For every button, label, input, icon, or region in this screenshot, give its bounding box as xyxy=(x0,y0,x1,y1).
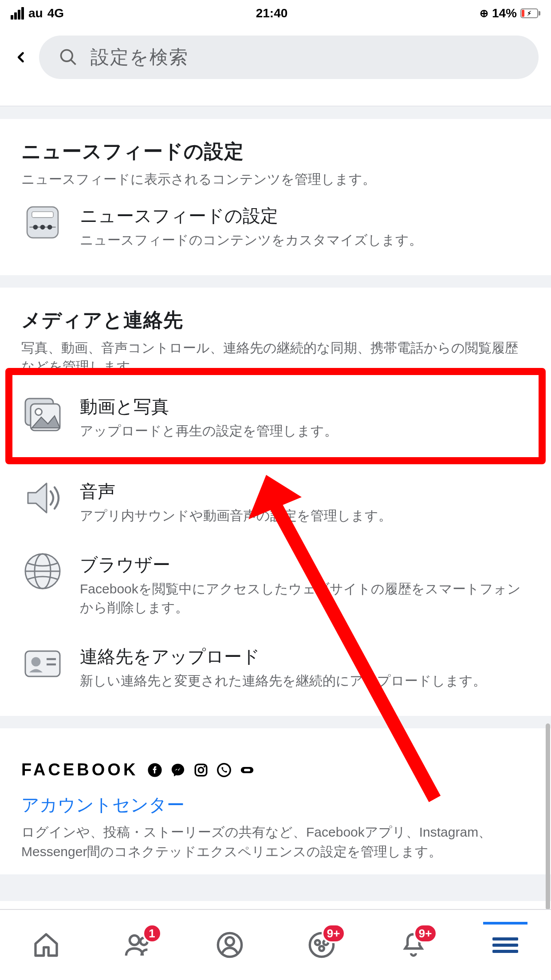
facebook-wordmark: FACEBOOK xyxy=(21,760,138,779)
svg-point-25 xyxy=(130,936,139,945)
network-label: 4G xyxy=(47,6,64,20)
item-sound[interactable]: 音声 アプリ内サウンドや動画音声の設定を管理します。 xyxy=(21,464,530,537)
photo-icon xyxy=(21,392,64,435)
section-desc: ニュースフィードに表示されるコンテンツを管理します。 xyxy=(21,170,530,189)
search-icon xyxy=(59,47,78,67)
item-browser[interactable]: ブラウザー Facebookを閲覧中にアクセスしたウェブサイトの履歴をスマートフ… xyxy=(21,537,530,629)
item-videos-photos[interactable]: 動画と写真 アップロードと再生の設定を管理します。 xyxy=(21,379,530,453)
account-center-link[interactable]: アカウントセンター xyxy=(21,793,530,817)
search-input[interactable]: 設定を検索 xyxy=(39,36,539,79)
hamburger-icon xyxy=(492,934,518,956)
svg-line-1 xyxy=(71,60,76,65)
item-upload-contacts[interactable]: 連絡先をアップロード 新しい連絡先と変更された連絡先を継続的にアップロードします… xyxy=(21,629,530,703)
statusbar: au 4G 21:40 ⊕ 14% ⚡︎ xyxy=(0,0,551,27)
signal-icon xyxy=(11,7,24,20)
facebook-circle-icon xyxy=(146,761,164,779)
section-media-contacts: メディアと連絡先 写真、動画、音声コントロール、連絡先の継続的な同期、携帯電話か… xyxy=(0,288,551,716)
badge: 9+ xyxy=(322,924,346,943)
account-center-desc: ログインや、投稿・ストーリーズの共有など、Facebookアプリ、Instagr… xyxy=(21,822,530,861)
globe-icon xyxy=(21,550,64,593)
badge: 1 xyxy=(142,924,162,943)
svg-point-20 xyxy=(199,767,204,772)
section-title: メディアと連絡先 xyxy=(21,307,530,333)
section-title: ニュースフィードの設定 xyxy=(21,138,530,165)
section-desc: 写真、動画、音声コントロール、連絡先の継続的な同期、携帯電話からの閲覧履歴などを… xyxy=(21,339,530,368)
tab-groups[interactable]: 9+ xyxy=(295,923,348,967)
header: 設定を検索 xyxy=(0,27,551,90)
back-button[interactable] xyxy=(12,48,30,66)
section-newsfeed: ニュースフィードの設定 ニュースフィードに表示されるコンテンツを管理します。 ニ… xyxy=(0,119,551,275)
previous-section-peek xyxy=(0,90,551,107)
oculus-icon xyxy=(238,761,256,779)
item-sub: アップロードと再生の設定を管理します。 xyxy=(80,422,530,440)
tab-notifications[interactable]: 9+ xyxy=(387,923,440,967)
svg-point-15 xyxy=(31,657,41,667)
item-title: 連絡先をアップロード xyxy=(80,644,530,669)
tab-friends[interactable]: 1 xyxy=(111,923,165,967)
messenger-icon xyxy=(169,761,187,779)
svg-point-28 xyxy=(225,937,234,946)
battery-pct: 14% xyxy=(492,6,517,20)
svg-point-21 xyxy=(204,766,205,767)
svg-point-32 xyxy=(319,946,324,951)
annotation-highlight: 動画と写真 アップロードと再生の設定を管理します。 xyxy=(5,368,546,464)
tabbar: 1 9+ 9+ xyxy=(0,909,551,980)
item-sub: アプリ内サウンドや動画音声の設定を管理します。 xyxy=(80,506,530,525)
section-facebook-account-center: FACEBOOK アカウントセンター ログインや、投稿・ストーリーズの共有など、… xyxy=(0,741,551,874)
item-sub: Facebookを閲覧中にアクセスしたウェブサイトの履歴をスマートフォンから削除… xyxy=(80,580,530,617)
carrier-label: au xyxy=(28,6,43,20)
svg-point-5 xyxy=(33,225,38,229)
item-title: ニュースフィードの設定 xyxy=(80,204,530,228)
clock: 21:40 xyxy=(256,6,288,20)
sound-icon xyxy=(21,477,64,519)
svg-rect-24 xyxy=(244,769,250,771)
tab-menu[interactable] xyxy=(479,923,532,967)
item-sub: ニュースフィードのコンテンツをカスタマイズします。 xyxy=(80,231,530,249)
whatsapp-icon xyxy=(215,761,233,779)
tab-profile[interactable] xyxy=(203,923,256,967)
svg-point-30 xyxy=(315,940,320,945)
item-sub: 新しい連絡先と変更された連絡先を継続的にアップロードします。 xyxy=(80,672,530,690)
contact-card-icon xyxy=(21,642,64,684)
svg-point-22 xyxy=(218,763,230,776)
badge: 9+ xyxy=(413,924,437,943)
newsfeed-settings-icon xyxy=(21,201,64,244)
svg-rect-3 xyxy=(32,212,53,217)
instagram-icon xyxy=(192,761,210,779)
orientation-lock-icon: ⊕ xyxy=(480,7,488,20)
tab-home[interactable] xyxy=(20,923,73,967)
item-title: 動画と写真 xyxy=(80,395,530,419)
svg-point-6 xyxy=(40,225,45,229)
svg-point-0 xyxy=(61,50,73,62)
item-newsfeed-settings[interactable]: ニュースフィードの設定 ニュースフィードのコンテンツをカスタマイズします。 xyxy=(21,189,530,262)
battery-icon: ⚡︎ xyxy=(520,8,540,18)
search-placeholder: 設定を検索 xyxy=(91,45,189,70)
svg-point-10 xyxy=(35,409,42,415)
item-title: ブラウザー xyxy=(80,553,530,577)
item-title: 音声 xyxy=(80,479,530,504)
scroll-indicator[interactable] xyxy=(546,723,550,909)
svg-point-7 xyxy=(47,225,52,229)
